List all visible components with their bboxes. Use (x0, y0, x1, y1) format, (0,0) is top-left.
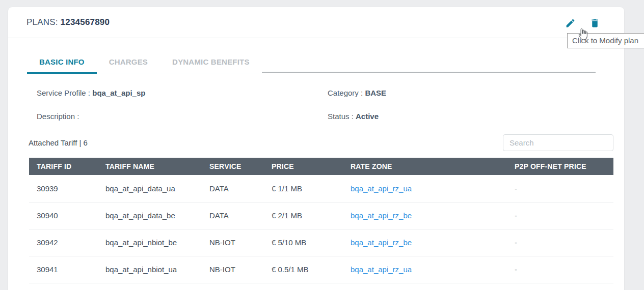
attached-tariff-count-label: Attached Tariff | 6 (29, 138, 88, 147)
tariff-table: TARIFF ID TARIFF NAME SERVICE PRICE RATE… (29, 158, 613, 283)
cell-tariff-name: bqa_at_api_nbiot_be (98, 229, 202, 256)
cell-price: € 5/10 MB (264, 229, 343, 256)
cell-rate-zone: bqa_at_api_rz_be (343, 202, 507, 229)
cell-rate-zone: bqa_at_api_rz_ua (343, 256, 507, 283)
service-profile-value: bqa_at_api_sp (92, 89, 145, 97)
page-title-value: 1234567890 (61, 17, 110, 27)
status-label: Status : (328, 112, 354, 121)
cell-p2p-price: - (507, 202, 613, 229)
cell-price: € 2/1 MB (264, 202, 343, 229)
tabs-group: BASIC INFO CHARGES DYNAMIC BENEFITS (27, 52, 262, 73)
card-header: PLANS: 1234567890 (8, 7, 624, 38)
attached-tariff-toolbar: Attached Tariff | 6 (29, 134, 613, 151)
rate-zone-link[interactable]: bqa_at_api_rz_ua (351, 184, 412, 193)
tab-charges[interactable]: CHARGES (97, 52, 160, 74)
trash-icon (589, 18, 601, 28)
tab-dynamic-benefits[interactable]: DYNAMIC BENEFITS (160, 52, 262, 74)
rate-zone-link[interactable]: bqa_at_api_rz_ua (351, 265, 412, 274)
service-profile-label: Service Profile : (37, 89, 90, 97)
header-actions (565, 17, 601, 28)
plan-info: Service Profile : bqa_at_api_sp Category… (37, 89, 624, 121)
col-rate-zone: RATE ZONE (343, 158, 507, 175)
tariff-table-header: TARIFF ID TARIFF NAME SERVICE PRICE RATE… (29, 158, 613, 175)
cell-service: DATA (202, 202, 264, 229)
rate-zone-link[interactable]: bqa_at_api_rz_be (351, 238, 412, 247)
cell-rate-zone: bqa_at_api_rz_be (343, 229, 507, 256)
description-label: Description : (37, 112, 79, 121)
cell-price: € 0.5/1 MB (264, 256, 343, 283)
cell-service: NB-IOT (202, 256, 264, 283)
col-p2p-offnet-price: P2P OFF-NET PRICE (507, 158, 613, 175)
cell-tariff-id: 30939 (29, 175, 98, 202)
cell-p2p-price: - (507, 175, 613, 202)
tab-basic-info[interactable]: BASIC INFO (27, 52, 97, 74)
cell-rate-zone: bqa_at_api_rz_ua (343, 175, 507, 202)
col-tariff-name: TARIFF NAME (98, 158, 202, 175)
cell-tariff-id: 30942 (29, 229, 98, 256)
cell-tariff-id: 30941 (29, 256, 98, 283)
delete-plan-button[interactable] (589, 17, 601, 28)
status-value: Active (356, 112, 379, 121)
page-title: PLANS: 1234567890 (26, 17, 110, 27)
page-title-label: PLANS: (26, 17, 58, 27)
cell-tariff-id: 30940 (29, 202, 98, 229)
col-tariff-id: TARIFF ID (29, 158, 98, 175)
cell-tariff-name: bqa_at_api_data_be (98, 202, 202, 229)
cell-p2p-price: - (507, 256, 613, 283)
table-row: 30941 bqa_at_api_nbiot_ua NB-IOT € 0.5/1… (29, 256, 613, 283)
cell-price: € 1/1 MB (264, 175, 343, 202)
cell-tariff-name: bqa_at_api_nbiot_ua (98, 256, 202, 283)
tabs-divider (262, 72, 596, 73)
service-profile-field: Service Profile : bqa_at_api_sp (37, 89, 328, 97)
tariff-search-input[interactable] (503, 134, 613, 151)
category-label: Category : (328, 89, 363, 97)
tabs-bar: BASIC INFO CHARGES DYNAMIC BENEFITS (27, 52, 596, 73)
cell-service: DATA (202, 175, 264, 202)
edit-plan-button[interactable] (565, 17, 576, 28)
plan-detail-card: PLANS: 1234567890 BASIC INFO CHARGES DYN… (8, 7, 624, 290)
cell-tariff-name: bqa_at_api_data_ua (98, 175, 202, 202)
table-row: 30942 bqa_at_api_nbiot_be NB-IOT € 5/10 … (29, 229, 613, 256)
cell-p2p-price: - (507, 229, 613, 256)
category-value: BASE (365, 89, 386, 97)
table-row: 30940 bqa_at_api_data_be DATA € 2/1 MB b… (29, 202, 613, 229)
table-row: 30939 bqa_at_api_data_ua DATA € 1/1 MB b… (29, 175, 613, 202)
status-field: Status : Active (328, 112, 624, 121)
pencil-icon (565, 18, 576, 28)
col-service: SERVICE (202, 158, 264, 175)
category-field: Category : BASE (328, 89, 624, 97)
cell-service: NB-IOT (202, 229, 264, 256)
hand-cursor-icon (577, 27, 589, 42)
description-field: Description : (37, 112, 328, 121)
col-price: PRICE (264, 158, 343, 175)
rate-zone-link[interactable]: bqa_at_api_rz_be (351, 211, 412, 220)
